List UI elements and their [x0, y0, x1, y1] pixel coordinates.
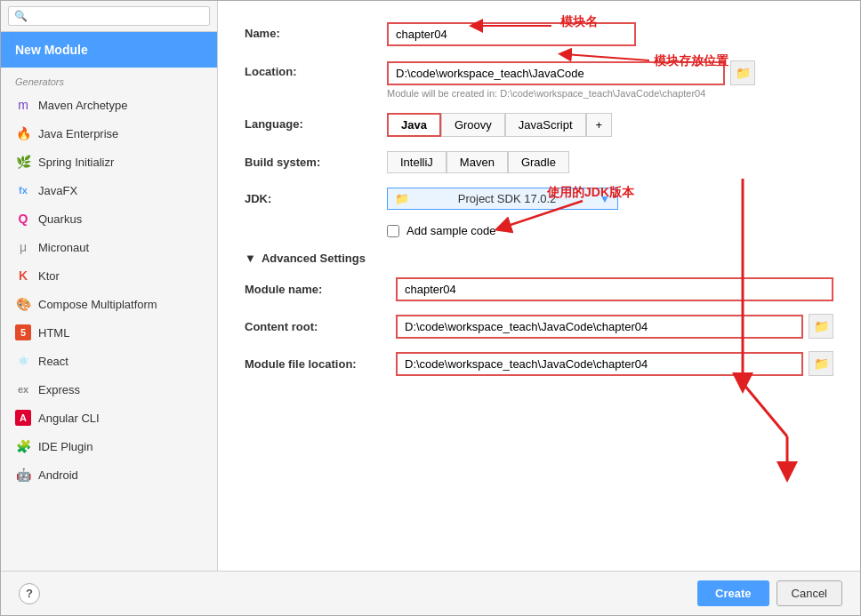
sample-code-label: Add sample code — [406, 224, 495, 237]
sidebar-new-module-header[interactable]: New Module — [1, 32, 217, 68]
java-enterprise-icon: 🔥 — [15, 125, 31, 141]
language-add-button[interactable]: + — [586, 113, 613, 137]
location-input[interactable] — [387, 61, 725, 85]
jdk-dropdown-arrow-icon: ▼ — [599, 193, 610, 205]
build-system-row: Build system: IntelliJ Maven Gradle — [245, 151, 833, 173]
build-system-control: IntelliJ Maven Gradle — [387, 151, 833, 173]
sidebar-item-java-enterprise[interactable]: 🔥 Java Enterprise — [1, 119, 217, 148]
jdk-value: Project SDK 17.0.2 — [458, 192, 557, 205]
module-name-input[interactable] — [396, 277, 833, 301]
module-file-location-row: Module file location: 📁 — [245, 351, 833, 376]
module-file-location-label: Module file location: — [245, 357, 396, 371]
module-name-row: Module name: — [245, 277, 833, 301]
react-icon: ⚛ — [15, 353, 31, 369]
dialog-footer: ? Create Cancel — [1, 571, 860, 615]
angular-icon: A — [15, 410, 31, 426]
javafx-icon: fx — [15, 182, 31, 198]
jdk-dropdown[interactable]: 📁 Project SDK 17.0.2 ▼ — [387, 188, 618, 210]
sidebar-item-label: Android — [38, 468, 78, 482]
language-row: Language: Java Groovy JavaScript + — [245, 113, 833, 137]
sidebar-item-ktor[interactable]: K Ktor — [1, 261, 217, 290]
create-button[interactable]: Create — [697, 580, 768, 606]
sidebar-item-label: Angular CLI — [38, 412, 100, 425]
build-gradle-button[interactable]: Gradle — [508, 151, 569, 173]
ide-plugin-icon: 🧩 — [15, 438, 31, 454]
html-icon: 5 — [15, 324, 31, 340]
sample-code-checkbox[interactable] — [387, 225, 399, 237]
content-root-label: Content root: — [245, 320, 396, 333]
sidebar-item-label: Compose Multiplatform — [38, 298, 157, 311]
advanced-settings-section: ▼ Advanced Settings Module name: Content… — [245, 252, 833, 376]
module-name-label: Module name: — [245, 283, 396, 296]
sidebar-item-compose[interactable]: 🎨 Compose Multiplatform — [1, 290, 217, 318]
jdk-row: JDK: 📁 Project SDK 17.0.2 ▼ — [245, 188, 833, 210]
language-label: Language: — [245, 113, 387, 131]
sidebar-item-react[interactable]: ⚛ React — [1, 347, 217, 375]
sidebar-item-label: React — [38, 355, 68, 368]
location-control: 📁 Module will be created in: D:\code\wor… — [387, 60, 833, 99]
sidebar-item-label: Maven Archetype — [38, 99, 127, 112]
sidebar: New Module Generators m Maven Archetype … — [1, 1, 218, 571]
build-maven-button[interactable]: Maven — [447, 151, 508, 173]
sidebar-search-input[interactable] — [8, 6, 210, 26]
build-intellij-button[interactable]: IntelliJ — [387, 151, 447, 173]
sidebar-item-label: IDE Plugin — [38, 440, 93, 453]
sidebar-item-ide-plugin[interactable]: 🧩 IDE Plugin — [1, 432, 217, 460]
name-input[interactable] — [387, 22, 636, 46]
language-groovy-button[interactable]: Groovy — [441, 113, 505, 137]
sidebar-item-label: Java Enterprise — [38, 127, 118, 140]
sidebar-item-spring[interactable]: 🌿 Spring Initializr — [1, 148, 217, 176]
sidebar-item-javafx[interactable]: fx JavaFX — [1, 176, 217, 204]
help-button[interactable]: ? — [19, 583, 40, 604]
sidebar-item-html[interactable]: 5 HTML — [1, 318, 217, 347]
sample-code-row: Add sample code — [387, 224, 833, 237]
name-row: Name: — [245, 22, 833, 46]
spring-icon: 🌿 — [15, 154, 31, 170]
android-icon: 🤖 — [15, 467, 31, 483]
name-control — [387, 22, 833, 46]
language-control: Java Groovy JavaScript + — [387, 113, 833, 137]
location-label: Location: — [245, 60, 387, 78]
sidebar-search-container — [1, 1, 217, 32]
sidebar-item-label: Micronaut — [38, 241, 89, 254]
cancel-button[interactable]: Cancel — [777, 580, 842, 606]
advanced-settings-label: Advanced Settings — [262, 252, 366, 265]
content-root-row: Content root: 📁 — [245, 314, 833, 339]
name-label: Name: — [245, 22, 387, 40]
sidebar-item-maven[interactable]: m Maven Archetype — [1, 91, 217, 119]
sidebar-item-angular[interactable]: A Angular CLI — [1, 404, 217, 432]
language-javascript-button[interactable]: JavaScript — [505, 113, 586, 137]
sidebar-item-express[interactable]: ex Express — [1, 375, 217, 404]
sidebar-item-android[interactable]: 🤖 Android — [1, 460, 217, 489]
content-root-input[interactable] — [396, 315, 803, 339]
location-row: Location: 📁 Module will be created in: D… — [245, 60, 833, 99]
language-java-button[interactable]: Java — [387, 113, 441, 137]
jdk-control: 📁 Project SDK 17.0.2 ▼ — [387, 188, 833, 210]
sidebar-item-label: Ktor — [38, 269, 60, 283]
footer-buttons: Create Cancel — [697, 580, 842, 606]
compose-icon: 🎨 — [15, 296, 31, 312]
sidebar-item-label: Quarkus — [38, 212, 82, 226]
maven-icon: m — [15, 97, 31, 113]
svg-line-7 — [743, 383, 787, 436]
sidebar-item-label: Spring Initializr — [38, 156, 114, 169]
express-icon: ex — [15, 381, 31, 397]
sidebar-item-quarkus[interactable]: Q Quarkus — [1, 204, 217, 233]
jdk-icon: 📁 — [395, 192, 409, 205]
ktor-icon: K — [15, 268, 31, 284]
quarkus-icon: Q — [15, 211, 31, 227]
build-system-label: Build system: — [245, 151, 387, 169]
sidebar-item-micronaut[interactable]: μ Micronaut — [1, 233, 217, 261]
sidebar-item-label: HTML — [38, 326, 69, 340]
sidebar-item-label: JavaFX — [38, 184, 77, 197]
generators-label: Generators — [1, 68, 217, 91]
sidebar-item-label: Express — [38, 383, 80, 396]
content-root-browse-button[interactable]: 📁 — [809, 314, 833, 339]
location-browse-button[interactable]: 📁 — [730, 60, 755, 85]
location-hint: Module will be created in: D:\code\works… — [387, 88, 833, 99]
advanced-settings-toggle[interactable]: ▼ Advanced Settings — [245, 252, 833, 265]
new-module-dialog: New Module Generators m Maven Archetype … — [0, 0, 861, 616]
module-file-location-input[interactable] — [396, 352, 803, 376]
module-file-browse-button[interactable]: 📁 — [809, 351, 833, 376]
main-content: 模块名 模块存放位置 使用的JDK版本 — [218, 1, 860, 571]
